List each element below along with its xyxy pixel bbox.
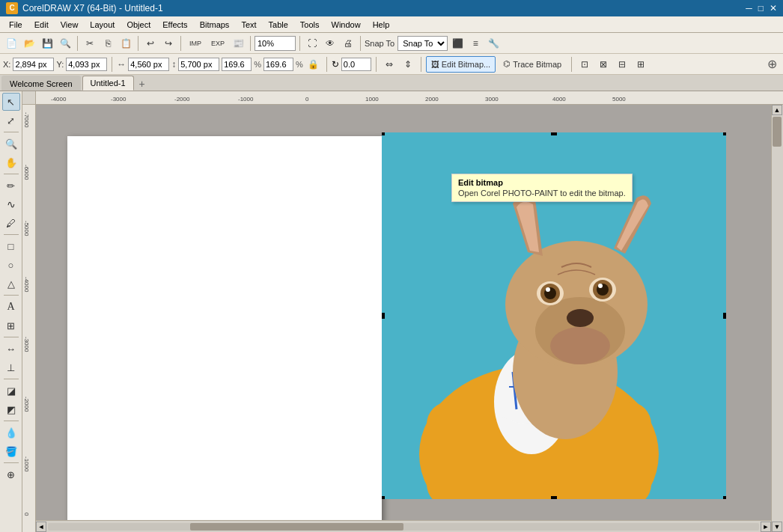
flip-h-btn[interactable]: ⇔ — [381, 56, 397, 73]
view-btn[interactable]: 👁 — [322, 35, 338, 52]
align-btn[interactable]: ⊟ — [614, 56, 630, 73]
menu-text[interactable]: Text — [235, 19, 262, 31]
trace-bitmap-btn[interactable]: ⌬ Trace Bitmap — [498, 56, 567, 73]
pct2-input[interactable] — [263, 58, 293, 71]
angle-input[interactable] — [341, 58, 371, 71]
tool-rectangle[interactable]: □ — [2, 237, 20, 255]
tool-selector[interactable]: ↖ — [2, 93, 20, 111]
undo-btn[interactable]: ↩ — [142, 35, 159, 52]
minimize-btn[interactable]: ─ — [746, 3, 752, 13]
tool-connector[interactable]: ⊥ — [2, 358, 20, 376]
height-input[interactable] — [178, 58, 219, 71]
tool-shadow[interactable]: ◪ — [2, 382, 20, 400]
paste-btn[interactable]: 📋 — [118, 35, 134, 52]
menu-window[interactable]: Window — [326, 19, 367, 31]
menu-help[interactable]: Help — [367, 19, 396, 31]
export-btn[interactable]: EXP — [207, 35, 228, 52]
vscroll-down-btn[interactable]: ▼ — [772, 522, 782, 532]
search-btn[interactable]: 🔍 — [57, 35, 73, 52]
tool-ellipse[interactable]: ○ — [2, 256, 20, 274]
tool-pen[interactable]: 🖊 — [2, 214, 20, 232]
options-btn[interactable]: 🔧 — [485, 35, 502, 52]
svg-point-7 — [567, 309, 594, 327]
vscroll-up-btn[interactable]: ▲ — [772, 105, 782, 115]
cut-btn[interactable]: ✂ — [82, 35, 98, 52]
title-text: CorelDRAW X7 (64-Bit) - Untitled-1 — [22, 3, 163, 13]
redo-btn[interactable]: ↪ — [160, 35, 177, 52]
y-input[interactable] — [66, 58, 107, 71]
tool-pan[interactable]: ✋ — [2, 153, 20, 171]
menu-effects[interactable]: Effects — [156, 19, 193, 31]
tab-untitled1[interactable]: Untitled-1 — [82, 76, 134, 91]
align-right-btn[interactable]: ≡ — [467, 35, 484, 52]
tool-dimension[interactable]: ↔ — [2, 340, 20, 358]
edit-bitmap-btn[interactable]: 🖼 Edit Bitmap... — [426, 56, 496, 73]
hscroll-left-btn[interactable]: ◄ — [36, 522, 46, 532]
trace-bitmap-label: Trace Bitmap — [513, 60, 561, 69]
tool-fill[interactable]: 🪣 — [2, 442, 20, 460]
add-tab-btn[interactable]: + — [135, 77, 149, 91]
lock-ratio-btn[interactable]: 🔒 — [305, 56, 322, 73]
trace-bitmap-icon: ⌬ — [503, 59, 511, 69]
vertical-scrollbar[interactable]: ▲ ▼ — [771, 105, 783, 532]
handle-tc[interactable] — [551, 132, 557, 135]
maximize-btn[interactable]: □ — [758, 3, 764, 13]
canvas-area[interactable]: -4000 -3000 -2000 -1000 0 1000 2000 3000… — [22, 91, 783, 532]
print-btn[interactable]: 🖨 — [340, 35, 356, 52]
tool-freehand[interactable]: ✏ — [2, 177, 20, 195]
handle-ml[interactable] — [382, 313, 385, 319]
menu-file[interactable]: File — [3, 19, 28, 31]
handle-br[interactable] — [723, 496, 726, 499]
transform-btn[interactable]: ⊡ — [576, 56, 593, 73]
horizontal-scrollbar[interactable]: ◄ ► — [36, 520, 771, 532]
crop-btn[interactable]: ⊠ — [595, 56, 612, 73]
sep-props5 — [571, 57, 572, 72]
tool-smart-fill[interactable]: ⊕ — [2, 465, 20, 483]
hscroll-thumb[interactable] — [190, 523, 403, 531]
add-btn[interactable]: ⊕ — [764, 56, 780, 73]
tool-sep2 — [4, 174, 19, 174]
snap-select[interactable]: Snap To — [397, 36, 448, 51]
save-btn[interactable]: 💾 — [39, 35, 55, 52]
fullscreen-btn[interactable]: ⛶ — [304, 35, 320, 52]
publish-btn[interactable]: 📰 — [230, 35, 246, 52]
menu-tools[interactable]: Tools — [294, 19, 326, 31]
copy-btn[interactable]: ⎘ — [100, 35, 116, 52]
handle-tl[interactable] — [382, 132, 385, 135]
handle-bc[interactable] — [551, 496, 557, 499]
hscroll-right-btn[interactable]: ► — [761, 522, 771, 532]
vscroll-thumb[interactable] — [773, 117, 782, 147]
x-input[interactable] — [13, 58, 54, 71]
tool-zoom[interactable]: 🔍 — [2, 135, 20, 153]
sep-props1 — [112, 57, 112, 72]
handle-bl[interactable] — [382, 496, 385, 499]
sep-props3 — [376, 57, 377, 72]
menu-object[interactable]: Object — [121, 19, 156, 31]
align-left-btn[interactable]: ⬛ — [449, 35, 466, 52]
zoom-input[interactable] — [255, 36, 296, 51]
tool-text[interactable]: A — [2, 298, 20, 316]
new-btn[interactable]: 📄 — [3, 35, 19, 52]
pct1-input[interactable] — [222, 58, 252, 71]
more-btn[interactable]: ⊞ — [633, 56, 649, 73]
tool-polygon[interactable]: △ — [2, 275, 20, 293]
tool-bezier[interactable]: ∿ — [2, 195, 20, 213]
import-btn[interactable]: IMP — [185, 35, 206, 52]
tool-table[interactable]: ⊞ — [2, 317, 20, 334]
tool-freehand-pick[interactable]: ⤢ — [2, 111, 20, 129]
tab-welcome-screen[interactable]: Welcome Screen — [1, 76, 81, 91]
flip-v-btn[interactable]: ⇕ — [400, 56, 416, 73]
menu-layout[interactable]: Layout — [84, 19, 121, 31]
handle-tr[interactable] — [723, 132, 726, 135]
edit-bitmap-label: Edit Bitmap... — [442, 60, 490, 69]
tool-transparency[interactable]: ◩ — [2, 400, 20, 418]
menu-edit[interactable]: Edit — [28, 19, 55, 31]
close-btn[interactable]: ✕ — [770, 3, 777, 13]
menu-view[interactable]: View — [55, 19, 85, 31]
handle-mr[interactable] — [723, 313, 726, 319]
tool-eyedropper[interactable]: 💧 — [2, 424, 20, 441]
open-btn[interactable]: 📂 — [21, 35, 37, 52]
menu-table[interactable]: Table — [263, 19, 294, 31]
width-input[interactable] — [128, 58, 169, 71]
menu-bitmaps[interactable]: Bitmaps — [194, 19, 236, 31]
